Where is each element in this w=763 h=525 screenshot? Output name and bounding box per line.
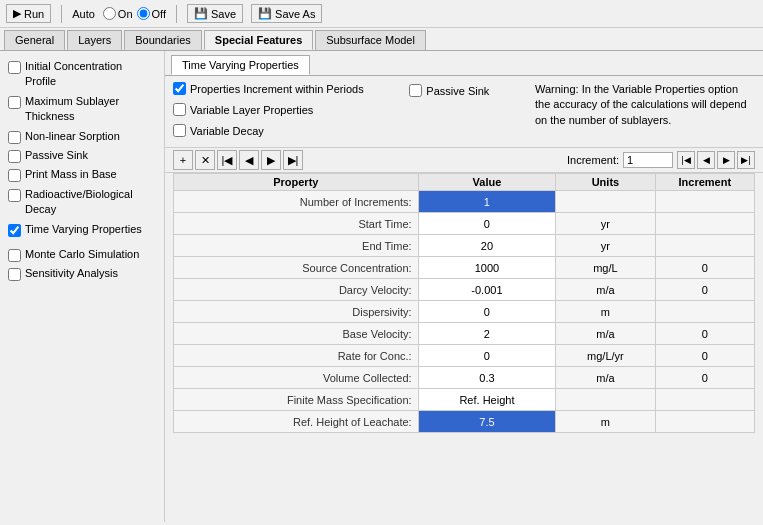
cell-increment-6: 0: [655, 323, 754, 345]
sidebar-item-sensitivity[interactable]: Sensitivity Analysis: [0, 264, 164, 283]
off-radio[interactable]: [137, 7, 150, 20]
warning-text-box: Warning: In the Variable Properties opti…: [535, 82, 755, 141]
cell-value-9[interactable]: Ref. Height: [418, 389, 556, 411]
cell-property-10: Ref. Height of Leachate:: [174, 411, 419, 433]
col-header-units: Units: [556, 174, 655, 191]
table-container: Property Value Units Increment Number of…: [165, 173, 763, 522]
auto-label: Auto: [72, 8, 95, 20]
increment-prev-button[interactable]: ◀: [697, 151, 715, 169]
increment-first-button[interactable]: |◀: [677, 151, 695, 169]
cell-property-4: Darcy Velocity:: [174, 279, 419, 301]
increment-nav-buttons: |◀ ◀ ▶ ▶|: [677, 151, 755, 169]
sidebar-check-passive-sink[interactable]: [8, 150, 21, 163]
sidebar-item-radioactive[interactable]: Radioactive/Biological Decay: [0, 185, 164, 220]
passive-sink-area: Passive Sink: [409, 84, 489, 97]
toolbar-sep-2: [176, 5, 177, 23]
check-row-properties-increment: Properties Increment within Periods: [173, 82, 364, 95]
cell-value-1[interactable]: 0: [418, 213, 556, 235]
sidebar-check-time-varying[interactable]: [8, 224, 21, 237]
tab-time-varying-properties[interactable]: Time Varying Properties: [171, 55, 310, 75]
sidebar-check-radioactive[interactable]: [8, 189, 21, 202]
cell-units-0: [556, 191, 655, 213]
warning-text: Warning: In the Variable Properties opti…: [535, 83, 747, 126]
cell-value-6[interactable]: 2: [418, 323, 556, 345]
cell-units-6: m/a: [556, 323, 655, 345]
cell-increment-2: [655, 235, 754, 257]
cell-value-5[interactable]: 0: [418, 301, 556, 323]
add-row-button[interactable]: +: [173, 150, 193, 170]
sidebar-item-print-mass[interactable]: Print Mass in Base: [0, 165, 164, 184]
sidebar-check-nonlinear-sorption[interactable]: [8, 131, 21, 144]
cell-units-1: yr: [556, 213, 655, 235]
cell-increment-7: 0: [655, 345, 754, 367]
toolbar-sep-1: [61, 5, 62, 23]
on-radio[interactable]: [103, 7, 116, 20]
cell-increment-10: [655, 411, 754, 433]
table-row: Dispersivity:0m: [174, 301, 755, 323]
cell-units-3: mg/L: [556, 257, 655, 279]
next-record-button[interactable]: ▶: [261, 150, 281, 170]
on-radio-label[interactable]: On: [103, 7, 133, 20]
increment-next-button[interactable]: ▶: [717, 151, 735, 169]
cell-property-8: Volume Collected:: [174, 367, 419, 389]
sidebar-check-max-sublayer[interactable]: [8, 96, 21, 109]
table-row: Rate for Conc.:0mg/L/yr0: [174, 345, 755, 367]
increment-input[interactable]: [623, 152, 673, 168]
tab-layers[interactable]: Layers: [67, 30, 122, 50]
first-record-button[interactable]: |◀: [217, 150, 237, 170]
run-button[interactable]: ▶ Run: [6, 4, 51, 23]
last-record-button[interactable]: ▶|: [283, 150, 303, 170]
tab-special-features[interactable]: Special Features: [204, 30, 313, 50]
cell-property-6: Base Velocity:: [174, 323, 419, 345]
check-row-variable-layer: Variable Layer Properties: [173, 103, 364, 116]
save-as-button[interactable]: 💾 Save As: [251, 4, 322, 23]
cell-units-7: mg/L/yr: [556, 345, 655, 367]
sidebar-check-sensitivity[interactable]: [8, 268, 21, 281]
run-label: Run: [24, 8, 44, 20]
cell-value-0[interactable]: 1: [418, 191, 556, 213]
cell-value-8[interactable]: 0.3: [418, 367, 556, 389]
increment-label: Increment:: [567, 154, 619, 166]
check-variable-decay[interactable]: [173, 124, 186, 137]
sidebar-check-monte-carlo[interactable]: [8, 249, 21, 262]
checkboxes-column: Properties Increment within Periods Vari…: [173, 82, 364, 141]
delete-row-button[interactable]: ✕: [195, 150, 215, 170]
table-row: Source Concentration:1000mg/L0: [174, 257, 755, 279]
check-variable-layer[interactable]: [173, 103, 186, 116]
sidebar-item-time-varying[interactable]: Time Varying Properties: [0, 220, 164, 239]
cell-value-10[interactable]: 7.5: [418, 411, 556, 433]
tab-general[interactable]: General: [4, 30, 65, 50]
sidebar-item-monte-carlo[interactable]: Monte Carlo Simulation: [0, 245, 164, 264]
cell-property-0: Number of Increments:: [174, 191, 419, 213]
cell-property-9: Finite Mass Specification:: [174, 389, 419, 411]
check-properties-increment[interactable]: [173, 82, 186, 95]
prev-record-button[interactable]: ◀: [239, 150, 259, 170]
cell-value-2[interactable]: 20: [418, 235, 556, 257]
increment-last-button[interactable]: ▶|: [737, 151, 755, 169]
cell-increment-0: [655, 191, 754, 213]
col-header-value: Value: [418, 174, 556, 191]
save-icon: 💾: [194, 7, 208, 20]
main-tab-bar: General Layers Boundaries Special Featur…: [0, 28, 763, 51]
sidebar-item-initial-concentration[interactable]: Initial Concentration Profile: [0, 57, 164, 92]
sidebar: Initial Concentration Profile Maximum Su…: [0, 51, 165, 522]
increment-control: Increment: |◀ ◀ ▶ ▶|: [567, 151, 755, 169]
sidebar-item-passive-sink[interactable]: Passive Sink: [0, 146, 164, 165]
sidebar-item-nonlinear-sorption[interactable]: Non-linear Sorption: [0, 127, 164, 146]
sidebar-item-max-sublayer[interactable]: Maximum Sublayer Thickness: [0, 92, 164, 127]
check-passive-sink-panel[interactable]: [409, 84, 422, 97]
table-row: Number of Increments:1: [174, 191, 755, 213]
sidebar-check-initial-concentration[interactable]: [8, 61, 21, 74]
cell-value-7[interactable]: 0: [418, 345, 556, 367]
table-row: Base Velocity:2m/a0: [174, 323, 755, 345]
cell-value-3[interactable]: 1000: [418, 257, 556, 279]
off-radio-label[interactable]: Off: [137, 7, 166, 20]
cell-value-4[interactable]: -0.001: [418, 279, 556, 301]
cell-property-1: Start Time:: [174, 213, 419, 235]
save-button[interactable]: 💾 Save: [187, 4, 243, 23]
col-header-property: Property: [174, 174, 419, 191]
tab-subsurface-model[interactable]: Subsurface Model: [315, 30, 426, 50]
sidebar-check-print-mass[interactable]: [8, 169, 21, 182]
check-label-variable-layer: Variable Layer Properties: [190, 104, 313, 116]
tab-boundaries[interactable]: Boundaries: [124, 30, 202, 50]
